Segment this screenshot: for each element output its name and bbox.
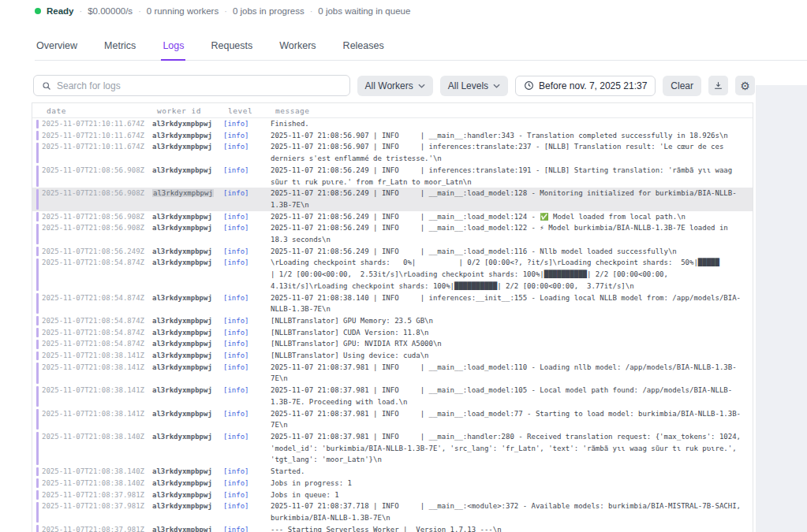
log-message: [NLLBTranslator] Using device: cuda\n — [271, 350, 753, 362]
page-background-gutter — [756, 85, 807, 532]
log-row[interactable]: 2025-11-07T21:08:37.981Z al3rkdyxmpbpwj … — [32, 489, 753, 501]
log-worker-id: al3rkdyxmpbpwj — [152, 211, 223, 223]
log-level-bar — [36, 328, 39, 337]
log-row[interactable]: 2025-11-07T21:08:56.908Z al3rkdyxmpbpwj … — [32, 165, 753, 188]
log-date: 2025-11-07T21:08:56.908Z — [42, 188, 152, 210]
tab-workers[interactable]: Workers — [278, 35, 317, 60]
tab-requests[interactable]: Requests — [209, 35, 254, 60]
log-row[interactable]: 2025-11-07T21:08:56.249Z al3rkdyxmpbpwj … — [32, 246, 753, 258]
log-row[interactable]: 2025-11-07T21:08:38.141Z al3rkdyxmpbpwj … — [32, 408, 753, 431]
log-row[interactable]: 2025-11-07T21:08:38.140Z al3rkdyxmpbpwj … — [32, 431, 753, 466]
download-icon — [713, 80, 723, 91]
log-level: [info] — [223, 292, 271, 315]
search-box[interactable] — [33, 75, 350, 96]
log-worker-id: al3rkdyxmpbpwj — [152, 362, 223, 385]
log-worker-id: al3rkdyxmpbpwj — [152, 408, 223, 431]
log-date: 2025-11-07T21:08:54.874Z — [42, 338, 152, 350]
log-message: 2025-11-07 21:08:37.981 | INFO | __main_… — [271, 431, 753, 466]
log-row[interactable]: 2025-11-07T21:08:54.874Z al3rkdyxmpbpwj … — [32, 315, 753, 327]
log-worker-id: al3rkdyxmpbpwj — [152, 222, 223, 245]
log-row[interactable]: 2025-11-07T21:08:54.874Z al3rkdyxmpbpwj … — [32, 338, 753, 350]
log-row[interactable]: 2025-11-07T21:08:56.908Z al3rkdyxmpbpwj … — [32, 211, 753, 223]
log-settings-button[interactable]: ⚙ — [735, 76, 755, 95]
log-level: [info] — [223, 408, 271, 431]
log-table: date worker id level message 2025-11-07T… — [32, 102, 753, 532]
workers-filter-dropdown[interactable]: All Workers — [357, 76, 433, 96]
log-date: 2025-11-07T21:08:56.249Z — [42, 246, 152, 258]
date-filter-button[interactable]: Before nov. 7, 2025 21:37 — [515, 76, 656, 96]
log-level: [info] — [223, 350, 271, 362]
log-level-bar — [36, 166, 39, 186]
log-level: [info] — [223, 327, 271, 339]
log-date: 2025-11-07T21:10:11.674Z — [42, 130, 152, 142]
log-worker-id: al3rkdyxmpbpwj — [152, 489, 223, 501]
endpoint-status-bar: Ready · $0.00000/s · 0 running workers ·… — [0, 0, 807, 17]
tab-releases[interactable]: Releases — [342, 35, 386, 60]
log-level: [info] — [223, 385, 271, 407]
levels-filter-dropdown[interactable]: All Levels — [440, 76, 508, 96]
download-logs-button[interactable] — [708, 76, 728, 95]
log-worker-id: al3rkdyxmpbpwj — [152, 188, 223, 210]
log-date: 2025-11-07T21:08:54.874Z — [42, 292, 152, 315]
clear-filters-button[interactable]: Clear — [663, 76, 701, 96]
log-row[interactable]: 2025-11-07T21:10:11.674Z al3rkdyxmpbpwj … — [32, 130, 753, 142]
log-level-bar — [36, 478, 39, 488]
log-worker-id: al3rkdyxmpbpwj — [152, 118, 223, 130]
log-level-bar — [36, 212, 39, 221]
log-message: Jobs in progress: 1 — [271, 478, 753, 489]
log-row[interactable]: 2025-11-07T21:10:11.674Z al3rkdyxmpbpwj … — [32, 141, 753, 164]
log-level: [info] — [223, 315, 271, 327]
log-level: [info] — [223, 188, 271, 210]
log-date: 2025-11-07T21:08:54.874Z — [42, 327, 152, 339]
log-worker-id: al3rkdyxmpbpwj — [152, 292, 223, 315]
log-row[interactable]: 2025-11-07T21:08:38.141Z al3rkdyxmpbpwj … — [32, 385, 753, 407]
log-level-bar — [36, 131, 39, 140]
log-level: [info] — [223, 338, 271, 350]
workers-filter-label: All Workers — [365, 80, 413, 91]
log-level: [info] — [223, 466, 271, 478]
log-level-bar — [36, 409, 39, 430]
log-row[interactable]: 2025-11-07T21:08:38.140Z al3rkdyxmpbpwj … — [32, 478, 753, 489]
log-level: [info] — [223, 524, 271, 532]
log-date: 2025-11-07T21:08:54.874Z — [42, 257, 152, 292]
tab-overview[interactable]: Overview — [35, 35, 79, 60]
log-row[interactable]: 2025-11-07T21:10:11.674Z al3rkdyxmpbpwj … — [32, 118, 753, 130]
log-row[interactable]: 2025-11-07T21:08:56.908Z al3rkdyxmpbpwj … — [32, 188, 753, 210]
tab-metrics[interactable]: Metrics — [103, 35, 137, 60]
log-row[interactable]: 2025-11-07T21:08:54.874Z al3rkdyxmpbpwj … — [32, 257, 753, 292]
log-level-bar — [36, 432, 39, 464]
log-worker-id: al3rkdyxmpbpwj — [152, 338, 223, 350]
log-row[interactable]: 2025-11-07T21:08:54.874Z al3rkdyxmpbpwj … — [32, 292, 753, 315]
log-level: [info] — [223, 211, 271, 223]
log-message: 2025-11-07 21:08:37.981 | INFO | __main_… — [271, 362, 753, 385]
separator: · — [80, 6, 83, 16]
log-message: 2025-11-07 21:08:56.907 | INFO | inferen… — [271, 141, 753, 164]
log-message: Jobs in queue: 1 — [271, 489, 753, 501]
log-worker-id: al3rkdyxmpbpwj — [152, 466, 223, 478]
log-date: 2025-11-07T21:08:38.140Z — [42, 466, 152, 478]
column-header-level: level — [223, 106, 271, 115]
chevron-down-icon — [493, 84, 500, 88]
log-row[interactable]: 2025-11-07T21:08:56.908Z al3rkdyxmpbpwj … — [32, 222, 753, 245]
separator: · — [138, 6, 141, 16]
clear-filters-label: Clear — [671, 80, 693, 91]
log-date: 2025-11-07T21:08:38.141Z — [42, 350, 152, 362]
log-row[interactable]: 2025-11-07T21:08:37.981Z al3rkdyxmpbpwj … — [32, 500, 753, 523]
levels-filter-label: All Levels — [448, 80, 488, 91]
log-date: 2025-11-07T21:08:56.908Z — [42, 165, 152, 188]
log-table-body: 2025-11-07T21:10:11.674Z al3rkdyxmpbpwj … — [32, 118, 753, 532]
search-input[interactable] — [57, 80, 342, 91]
search-icon — [42, 81, 51, 91]
log-row[interactable]: 2025-11-07T21:08:38.141Z al3rkdyxmpbpwj … — [32, 350, 753, 362]
tab-logs[interactable]: Logs — [161, 35, 185, 61]
log-level: [info] — [223, 478, 271, 489]
log-level: [info] — [223, 246, 271, 258]
log-row[interactable]: 2025-11-07T21:08:38.140Z al3rkdyxmpbpwj … — [32, 466, 753, 478]
log-row[interactable]: 2025-11-07T21:08:38.141Z al3rkdyxmpbpwj … — [32, 362, 753, 385]
log-row[interactable]: 2025-11-07T21:08:37.981Z al3rkdyxmpbpwj … — [32, 524, 753, 532]
log-row[interactable]: 2025-11-07T21:08:54.874Z al3rkdyxmpbpwj … — [32, 327, 753, 339]
log-level: [info] — [223, 362, 271, 385]
chevron-down-icon — [418, 84, 425, 88]
log-level-bar — [36, 224, 39, 244]
log-message: 2025-11-07 21:08:56.249 | INFO | __main_… — [271, 211, 753, 223]
